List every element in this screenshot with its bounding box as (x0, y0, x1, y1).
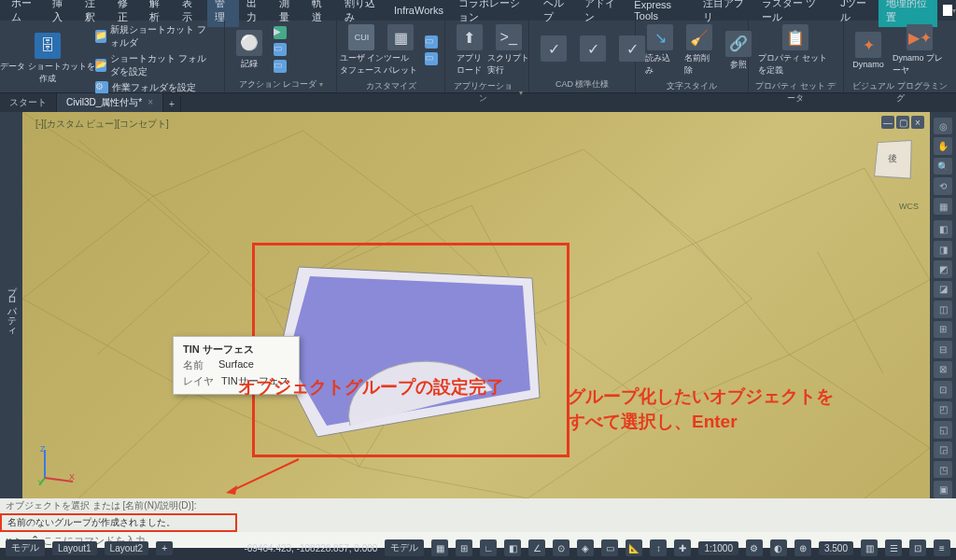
wcs-label[interactable]: WCS (899, 202, 919, 211)
ribbon-title-propset: プロパティ セット データ (754, 78, 837, 105)
play-button[interactable]: ▶ (270, 25, 290, 40)
tool-10-icon[interactable]: ◰ (934, 401, 952, 418)
close-tab-icon[interactable]: × (148, 97, 153, 107)
action-opt2[interactable]: ▭ (270, 59, 290, 74)
dynamo-player-button[interactable]: ▶✦Dynamo プレーヤ (889, 22, 950, 78)
status-i4-icon[interactable]: ◈ (577, 539, 594, 556)
status-ortho-icon[interactable]: ∟ (480, 539, 497, 556)
cad-std1[interactable]: ✓ (535, 34, 572, 65)
svg-text:Z: Z (40, 444, 46, 454)
ribbon-panel-propset: 📋プロパティ セットを定義 プロパティ セット データ (749, 21, 844, 92)
define-propset-button[interactable]: 📋プロパティ セットを定義 (754, 22, 837, 78)
viewport-minimize-icon[interactable]: — (881, 116, 894, 129)
status-i11-icon[interactable]: ▥ (861, 539, 878, 556)
purge-button[interactable]: 🧹名前削除 (681, 22, 718, 78)
status-i1-icon[interactable]: ◧ (504, 539, 521, 556)
new-shortcut-folder-button[interactable]: 📁新規ショートカット フォルダ (91, 22, 218, 50)
tool-5-icon[interactable]: ◫ (934, 301, 952, 317)
tool-palette-button[interactable]: ▦ツール パレット (382, 22, 419, 78)
status-i12-icon[interactable]: ☰ (885, 539, 902, 556)
status-i7-icon[interactable]: ↕ (650, 539, 667, 556)
zoom-icon[interactable]: 🔍 (934, 158, 952, 175)
viewport-close-icon[interactable]: × (911, 116, 924, 129)
annotation-complete: オブジェクトグループの設定完了 (238, 375, 504, 399)
tool-6-icon[interactable]: ⊞ (934, 321, 952, 338)
record-button[interactable]: ⚪記録 (231, 28, 268, 72)
status-i2-icon[interactable]: ∠ (528, 539, 545, 556)
navigation-bar: ◎ ✋ 🔍 ⟲ ▦ ◧ ◨ ◩ ◪ ◫ ⊞ ⊟ ⊠ ⊡ ◰ ◱ ◲ ◳ ▣ (930, 112, 956, 498)
viewport[interactable]: プロパティ [-][カスタム ビュー][コンセプト] TIN サーフェス 名前S… (0, 112, 956, 498)
status-i3-icon[interactable]: ⊙ (553, 539, 569, 556)
set-shortcut-folder-button[interactable]: 📂ショートカット フォルダを設定 (91, 51, 218, 79)
tool-14-icon[interactable]: ▣ (934, 481, 952, 497)
tab-document[interactable]: Civil3D_属性付与*× (57, 93, 163, 112)
tab-start[interactable]: スタート (0, 93, 57, 112)
app-load-button[interactable]: ⬆アプリ ロード (451, 22, 488, 78)
status-add-layout[interactable]: + (156, 541, 173, 555)
tooltip-name-label: 名前 (183, 358, 211, 372)
ribbon-panel-cad: ✓ ✓ ✓ CAD 標準仕様 (529, 21, 636, 92)
cui-opt1[interactable]: ▭ (421, 35, 442, 49)
status-model[interactable]: モデル (6, 539, 45, 556)
view-label[interactable]: [-][カスタム ビュー][コンセプト] (35, 118, 169, 131)
script-run-button[interactable]: >_スクリプト 実行 (490, 22, 527, 78)
ucs-axes-icon: Z Y X (37, 444, 78, 485)
create-shortcut-button[interactable]: 🗄データ ショートカットを 作成 (6, 31, 90, 87)
annotation-arrow-icon (224, 457, 308, 495)
menu-infraworks[interactable]: InfraWorks (387, 2, 451, 19)
cad-std2[interactable]: ✓ (574, 34, 612, 65)
status-i9-icon[interactable]: ◐ (770, 539, 787, 556)
import-style-button[interactable]: ↘読み込み (641, 22, 679, 78)
status-i10-icon[interactable]: ⊕ (794, 539, 811, 556)
tool-8-icon[interactable]: ⊠ (934, 361, 952, 378)
blank-panel-icon[interactable] (943, 5, 952, 16)
tab-add[interactable]: + (163, 96, 181, 112)
status-i6-icon[interactable]: 📐 (626, 539, 642, 556)
status-model2[interactable]: モデル (385, 539, 424, 556)
status-i5-icon[interactable]: ▭ (601, 539, 618, 556)
cui-button[interactable]: CUIユーザ イン タフェース (343, 22, 380, 78)
tool-2-icon[interactable]: ◨ (934, 241, 952, 258)
status-angle[interactable]: 3.500 (819, 541, 853, 555)
properties-panel-tab[interactable]: プロパティ (0, 112, 22, 498)
status-layout2[interactable]: Layout2 (105, 541, 149, 555)
tool-7-icon[interactable]: ⊟ (934, 341, 952, 357)
viewport-maximize-icon[interactable]: ▢ (896, 116, 909, 129)
ribbon-title-text: 文字スタイル (641, 78, 742, 92)
tooltip-title: TIN サーフェス (183, 343, 289, 357)
command-area: オブジェクトを選択 または [名前(N)/説明(D)]: 名前のないグループが作… (0, 498, 956, 536)
tool-12-icon[interactable]: ◲ (934, 441, 952, 458)
status-i8-icon[interactable]: ✚ (674, 539, 691, 556)
tool-13-icon[interactable]: ◳ (934, 461, 952, 478)
command-history-1: オブジェクトを選択 または [名前(N)/説明(D)]: (0, 498, 956, 513)
orbit-icon[interactable]: ⟲ (934, 177, 952, 194)
action-opt1[interactable]: ▭ (270, 42, 290, 57)
tooltip-layer-label: レイヤ (183, 374, 214, 388)
view-cube[interactable]: 後 (866, 140, 919, 192)
status-layout1[interactable]: Layout1 (52, 541, 97, 555)
tool-3-icon[interactable]: ◩ (934, 260, 952, 277)
tool-9-icon[interactable]: ⊡ (934, 381, 952, 398)
status-menu-icon[interactable]: ≡ (934, 539, 950, 556)
cui-opt2[interactable]: ▭ (421, 51, 442, 66)
menu-overflow-icon[interactable]: ▾ (952, 7, 956, 15)
showmotion-icon[interactable]: ▦ (934, 198, 952, 215)
ribbon-title-app: アプリケーション ▾ (451, 78, 523, 105)
status-scale[interactable]: 1:1000 (698, 541, 738, 555)
status-gear-icon[interactable]: ⚙ (746, 539, 763, 556)
status-i13-icon[interactable]: ⊡ (909, 539, 926, 556)
ribbon-title-action: アクション レコーダ ▾ (231, 77, 330, 91)
wheel-icon[interactable]: ◎ (934, 118, 952, 134)
ribbon-title-customize: カスタマイズ (343, 78, 438, 92)
pan-icon[interactable]: ✋ (934, 137, 952, 154)
tool-4-icon[interactable]: ◪ (934, 281, 952, 298)
status-snap-icon[interactable]: ⊞ (456, 539, 472, 556)
status-grid-icon[interactable]: ▦ (431, 539, 448, 556)
dynamo-button[interactable]: ✦Dynamo (850, 30, 887, 71)
tool-1-icon[interactable]: ◧ (934, 220, 952, 237)
view-cube-face[interactable]: 後 (874, 140, 912, 179)
tooltip-name-value: Surface (218, 358, 254, 372)
menu-bar: ホーム 挿入 注釈 修正 解析 表示 管理 出力 測量 軌道 割り込み Infr… (0, 0, 956, 21)
tool-11-icon[interactable]: ◱ (934, 421, 952, 438)
ribbon-panel-customize: CUIユーザ イン タフェース ▦ツール パレット ▭▭ カスタマイズ (337, 21, 444, 92)
